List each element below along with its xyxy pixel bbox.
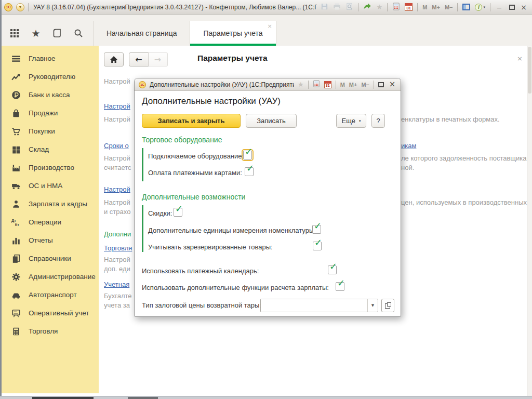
sidebar-item-label: Администрирование — [29, 273, 96, 281]
sidebar-item-directories[interactable]: Справочники — [0, 249, 99, 268]
checkbox-connected-equipment[interactable]: ✓ — [243, 151, 252, 159]
deposit-price-type-field[interactable]: ▼ — [260, 299, 378, 312]
divider — [28, 3, 29, 11]
page-text-fragment: доп. еди — [104, 264, 130, 273]
restore-button[interactable] — [509, 5, 515, 10]
sidebar-item-label: Автотранспорт — [29, 291, 77, 299]
page-text-fragment: считаетс — [104, 163, 131, 172]
dialog-titlebar[interactable]: 1С Дополнительные настройки (УАУ) (1С:Пр… — [135, 78, 401, 91]
memory-m-button[interactable]: M — [422, 4, 427, 10]
page-link-fragment[interactable]: Сроки о — [104, 141, 129, 150]
sidebar-item-reports[interactable]: Отчеты — [0, 231, 99, 249]
maximize-button[interactable] — [378, 82, 384, 87]
calculator-icon — [11, 327, 21, 336]
calculator-icon[interactable] — [392, 3, 400, 12]
favorites-star-icon[interactable]: ★ — [376, 4, 382, 10]
tab-accounting-parameters[interactable]: Параметры учета × — [190, 21, 276, 46]
scrollbar-thumb[interactable] — [528, 47, 531, 94]
field-open-button[interactable] — [381, 299, 394, 312]
page-text-fragment: и страхо — [104, 207, 130, 216]
memory-m-minus-button[interactable]: M− — [445, 4, 453, 10]
warehouse-icon — [11, 145, 21, 154]
sidebar-item-operational-accounting[interactable]: Оперативный учет — [0, 304, 99, 322]
page-link-fragment[interactable]: Торговля — [104, 244, 132, 252]
calendar-day: 31 — [326, 84, 330, 87]
memory-m-minus-button[interactable]: M− — [361, 82, 369, 88]
main-menu-icon[interactable] — [9, 28, 20, 39]
checkbox-additional-units[interactable]: ✓ — [312, 225, 321, 234]
checkbox-salary-functions[interactable]: ✓ — [336, 282, 344, 291]
close-button[interactable]: × — [520, 4, 528, 11]
history-icon[interactable] — [51, 28, 63, 39]
sidebar-item-label: Операции — [29, 218, 61, 226]
page-link-fragment[interactable]: Учетная — [104, 280, 129, 289]
go-to-link-icon[interactable] — [363, 2, 371, 12]
checkbox-reserved-goods[interactable]: ✓ — [313, 242, 322, 250]
sidebar-item-label: ОС и НМА — [29, 182, 62, 190]
tab-home[interactable]: Начальная страница — [94, 21, 190, 46]
calendar-icon[interactable]: 31 — [405, 3, 413, 11]
memory-m-plus-button[interactable]: M+ — [349, 82, 357, 88]
print-icon[interactable] — [333, 3, 341, 12]
print-preview-icon[interactable] — [345, 3, 353, 12]
page-link-fragment[interactable]: Настрой — [104, 102, 130, 111]
sidebar-item-label: Продажи — [29, 109, 58, 117]
application-window: 1С ▾ УАУ 8 (3.16.07.04) (БухгалтерияПред… — [0, 0, 532, 399]
factory-icon — [11, 163, 21, 172]
sidebar-item-operations[interactable]: ДтКт Операции — [0, 213, 99, 231]
minimize-button[interactable]: – — [495, 4, 503, 11]
bag-icon — [11, 109, 21, 118]
sidebar-item-trade[interactable]: Торговля — [0, 322, 99, 340]
deposit-price-type-input[interactable] — [261, 299, 367, 312]
save-and-close-button[interactable]: Записать и закрыть — [142, 114, 241, 128]
sidebar-item-sales[interactable]: Продажи — [0, 104, 99, 122]
page-link-fragment[interactable]: икам — [401, 141, 416, 150]
sidebar-item-purchases[interactable]: Покупки — [0, 122, 99, 140]
calendar-icon[interactable]: 31 — [324, 81, 331, 88]
tab-close-icon[interactable]: × — [267, 23, 272, 29]
sidebar-item-salary-hr[interactable]: Зарплата и кадры — [0, 195, 99, 213]
help-button[interactable]: ? — [371, 114, 385, 128]
calendar-day: 31 — [406, 6, 411, 10]
checkmark-icon: ✓ — [246, 164, 254, 173]
memory-m-button[interactable]: M — [340, 82, 345, 88]
sidebar-item-fixed-assets[interactable]: ОС и НМА — [0, 177, 99, 195]
page-link-fragment[interactable]: Настрой — [104, 185, 130, 194]
save-button[interactable]: Записать — [246, 114, 297, 128]
sidebar-item-transport[interactable]: Автотранспорт — [0, 286, 99, 304]
checkmark-icon: ✓ — [337, 278, 345, 288]
panels-icon[interactable] — [462, 4, 470, 10]
sidebar-item-administration[interactable]: Администрирование — [0, 268, 99, 286]
forward-button[interactable]: → — [148, 52, 168, 66]
truck-icon — [11, 181, 21, 191]
back-arrow-icon: ← — [135, 56, 142, 64]
dialog-additional-settings: 1С Дополнительные настройки (УАУ) (1С:Пр… — [134, 78, 401, 317]
system-menu-button[interactable]: ▾ — [16, 3, 24, 11]
sidebar-item-warehouse[interactable]: Склад — [0, 140, 99, 158]
more-button[interactable]: Еще ▾ — [336, 114, 366, 128]
memory-m-plus-button[interactable]: M+ — [432, 4, 440, 10]
sidebar-item-main[interactable]: Главное — [0, 49, 99, 68]
bar-chart-icon — [11, 236, 21, 245]
checkbox-discounts[interactable]: ✓ — [174, 208, 182, 217]
sidebar-item-manager[interactable]: Руководителю — [0, 68, 99, 86]
dialog-close-button[interactable]: × — [388, 81, 396, 88]
calculator-icon[interactable] — [313, 80, 320, 89]
sidebar-item-production[interactable]: Производство — [0, 158, 99, 177]
field-dropdown-button[interactable]: ▼ — [367, 299, 378, 312]
favorites-star-icon[interactable]: ★ — [298, 81, 304, 88]
vertical-scrollbar[interactable] — [527, 46, 532, 396]
sidebar-item-label: Торговля — [29, 327, 58, 335]
save-icon[interactable] — [321, 3, 328, 12]
info-menu-button[interactable]: i ▾ — [475, 4, 485, 11]
checkbox-card-payments[interactable]: ✓ — [245, 167, 254, 176]
tab-label: Начальная страница — [107, 29, 177, 37]
search-icon[interactable] — [73, 28, 84, 39]
favorites-icon[interactable]: ★ — [30, 28, 42, 39]
sidebar-item-label: Оперативный учет — [29, 309, 89, 317]
checkbox-payment-calendar[interactable]: ✓ — [328, 265, 337, 274]
app-logo-icon: 1С — [139, 81, 146, 88]
info-icon: i — [475, 4, 482, 11]
checkmark-icon: ✓ — [314, 221, 322, 231]
sidebar-item-bank-cash[interactable]: Банк и касса — [0, 86, 99, 104]
